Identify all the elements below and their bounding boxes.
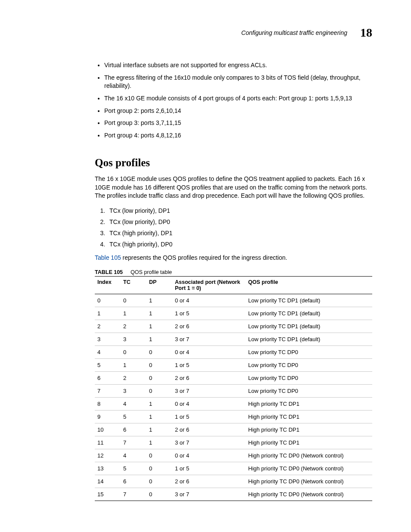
table-cell: Low priority TC DP0 [246, 358, 372, 371]
table-cell: 6 [95, 371, 121, 384]
table-cell: High priority TC DP0 (Network control) [246, 449, 372, 462]
table-cell: 3 or 7 [172, 488, 246, 501]
table-row: 10612 or 6High priority TC DP1 [95, 423, 372, 436]
table-cell: 1 [95, 307, 121, 320]
running-header-chapter-number: 18 [360, 26, 372, 40]
table-cell: Low priority TC DP0 [246, 345, 372, 358]
bullet-item: Port group 2: ports 2,6,10,14 [104, 107, 372, 115]
table-cell: 0 [146, 358, 172, 371]
table-cell: High priority TC DP0 (Network control) [246, 462, 372, 475]
th-dp: DP [146, 276, 172, 294]
table-cell: 4 [121, 397, 146, 410]
table-cell: Low priority TC DP1 (default) [246, 333, 372, 345]
table-cell: 7 [121, 436, 146, 449]
table-caption: TABLE 105QOS profile table [95, 269, 372, 275]
table-cell: 0 or 4 [172, 397, 246, 410]
section-heading: Qos profiles [95, 157, 372, 169]
numbered-list: TCx (low priority), DP1 TCx (low priorit… [95, 207, 372, 248]
table-cell: 0 [146, 371, 172, 384]
table-row: 5101 or 5Low priority TC DP0 [95, 358, 372, 371]
table-cell: 9 [95, 410, 121, 423]
table-row: 15703 or 7High priority TC DP0 (Network … [95, 488, 372, 501]
intro-paragraph: The 16 x 10GE module uses QOS profiles t… [95, 175, 372, 200]
table-row: 8410 or 4High priority TC DP1 [95, 397, 372, 410]
table-cell: Low priority TC DP0 [246, 384, 372, 397]
table-cell: High priority TC DP0 (Network control) [246, 475, 372, 488]
table-cell: 3 [121, 384, 146, 397]
table-row: 3313 or 7Low priority TC DP1 (default) [95, 333, 372, 345]
table-cell: 2 or 6 [172, 423, 246, 436]
table-header-row: Index TC DP Associated port (Network Por… [95, 276, 372, 294]
xref-sentence: Table 105 represents the QOS profiles re… [95, 254, 372, 262]
table-row: 0010 or 4Low priority TC DP1 (default) [95, 294, 372, 307]
table-row: 13501 or 5High priority TC DP0 (Network … [95, 462, 372, 475]
table-row: 2212 or 6Low priority TC DP1 (default) [95, 320, 372, 333]
table-row: 9511 or 5High priority TC DP1 [95, 410, 372, 423]
table-cell: 0 or 4 [172, 294, 246, 307]
table-cell: 8 [95, 397, 121, 410]
table-cell: Low priority TC DP1 (default) [246, 320, 372, 333]
th-index: Index [95, 276, 121, 294]
table-cell: 5 [95, 358, 121, 371]
th-qos: QOS profile [246, 276, 372, 294]
table-cell: 0 [95, 294, 121, 307]
table-cell: High priority TC DP1 [246, 410, 372, 423]
table-cell: 15 [95, 488, 121, 501]
table-cell: 1 [121, 307, 146, 320]
table-cell: Low priority TC DP1 (default) [246, 294, 372, 307]
cross-reference-link[interactable]: Table 105 [95, 254, 121, 261]
table-cell: 1 [121, 358, 146, 371]
table-cell: 3 [121, 333, 146, 345]
table-cell: 10 [95, 423, 121, 436]
table-cell: 0 or 4 [172, 345, 246, 358]
bullet-item: Port group 4: ports 4,8,12,16 [104, 131, 372, 140]
table-cell: 1 [146, 397, 172, 410]
bullet-item: The 16 x10 GE module consists of 4 port … [104, 94, 372, 103]
table-cell: 3 or 7 [172, 333, 246, 345]
table-row: 6202 or 6Low priority TC DP0 [95, 371, 372, 384]
table-cell: 7 [121, 488, 146, 501]
table-cell: 0 [146, 384, 172, 397]
table-row: 11713 or 7High priority TC DP1 [95, 436, 372, 449]
table-cell: 2 or 6 [172, 475, 246, 488]
table-cell: 2 [121, 371, 146, 384]
content-area: Virtual interface subsets are not suppor… [95, 61, 372, 501]
page: Configuring multicast traffic engineerin… [0, 0, 411, 532]
table-cell: 0 [121, 294, 146, 307]
numbered-item: TCx (high priority), DP1 [107, 230, 372, 236]
xref-sentence-rest: represents the QOS profiles required for… [121, 254, 287, 261]
table-cell: 4 [95, 345, 121, 358]
table-cell: 1 [146, 436, 172, 449]
table-cell: 0 [121, 345, 146, 358]
bullet-list: Virtual interface subsets are not suppor… [95, 61, 372, 140]
table-row: 14602 or 6High priority TC DP0 (Network … [95, 475, 372, 488]
table-cell: 1 [146, 410, 172, 423]
numbered-item: TCx (low priority), DP0 [107, 218, 372, 225]
bullet-item: Port group 3: ports 3,7,11,15 [104, 119, 372, 127]
table-caption-label: TABLE 105 [95, 269, 123, 275]
table-cell: 0 [146, 475, 172, 488]
table-cell: 2 [95, 320, 121, 333]
table-cell: 4 [121, 449, 146, 462]
numbered-item: TCx (low priority), DP1 [107, 207, 372, 214]
table-row: 4000 or 4Low priority TC DP0 [95, 345, 372, 358]
table-cell: 1 [146, 333, 172, 345]
table-caption-title: QOS profile table [131, 269, 172, 275]
table-cell: 1 or 5 [172, 307, 246, 320]
table-cell: 1 [146, 423, 172, 436]
table-cell: 7 [95, 384, 121, 397]
bullet-item: The egress filtering of the 16x10 module… [104, 74, 372, 90]
table-cell: 2 or 6 [172, 371, 246, 384]
numbered-item: TCx (high priority), DP0 [107, 241, 372, 248]
running-header-title: Configuring multicast traffic engineerin… [241, 29, 347, 36]
th-assoc: Associated port (Network Port 1 = 0) [172, 276, 246, 294]
table-cell: 11 [95, 436, 121, 449]
table-cell: 0 [146, 449, 172, 462]
table-row: 7303 or 7Low priority TC DP0 [95, 384, 372, 397]
bullet-item: Virtual interface subsets are not suppor… [104, 61, 372, 69]
table-cell: Low priority TC DP0 [246, 371, 372, 384]
table-cell: 1 or 5 [172, 410, 246, 423]
table-cell: 5 [121, 410, 146, 423]
table-cell: 0 [146, 345, 172, 358]
table-cell: 1 [146, 320, 172, 333]
